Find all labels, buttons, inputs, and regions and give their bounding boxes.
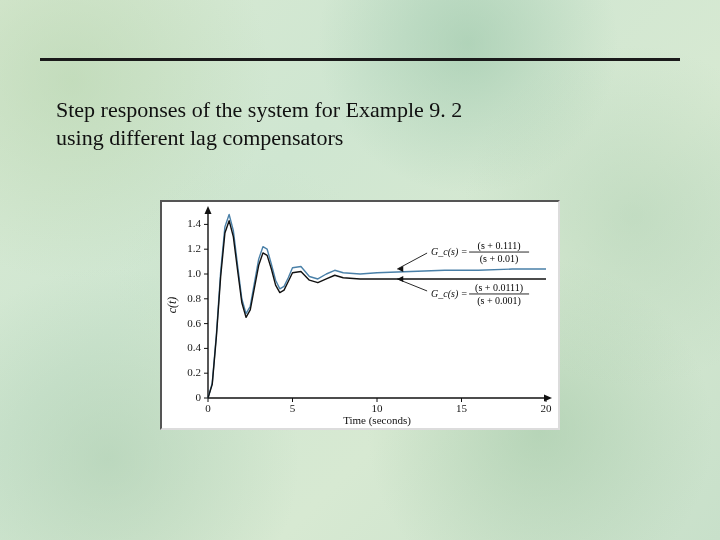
svg-text:10: 10 [372, 402, 384, 414]
svg-text:0.8: 0.8 [187, 292, 201, 304]
svg-text:G_c(s) =: G_c(s) = [431, 288, 467, 300]
slide-title: Step responses of the system for Example… [56, 96, 462, 151]
svg-text:5: 5 [290, 402, 296, 414]
svg-line-36 [397, 253, 427, 269]
title-line-2: using different lag compensators [56, 125, 343, 150]
svg-text:0.2: 0.2 [187, 366, 201, 378]
chart-svg: 00.20.40.60.81.01.21.405101520Time (seco… [162, 202, 558, 428]
svg-marker-29 [544, 395, 552, 402]
horizontal-rule [40, 58, 680, 61]
svg-text:0.4: 0.4 [187, 341, 201, 353]
step-response-chart: 00.20.40.60.81.01.21.405101520Time (seco… [160, 200, 560, 430]
svg-text:c(t): c(t) [165, 297, 179, 314]
svg-text:1.4: 1.4 [187, 217, 201, 229]
svg-text:(s + 0.01): (s + 0.01) [480, 253, 519, 265]
svg-marker-43 [397, 276, 403, 282]
svg-marker-27 [205, 206, 212, 214]
svg-text:15: 15 [456, 402, 468, 414]
svg-text:G_c(s) =: G_c(s) = [431, 246, 467, 258]
svg-text:0.6: 0.6 [187, 317, 201, 329]
title-line-1: Step responses of the system for Example… [56, 97, 462, 122]
svg-text:20: 20 [541, 402, 553, 414]
svg-text:1.2: 1.2 [187, 242, 201, 254]
svg-text:1.0: 1.0 [187, 267, 201, 279]
svg-text:(s + 0.111): (s + 0.111) [478, 240, 521, 252]
svg-text:0: 0 [196, 391, 202, 403]
svg-text:0: 0 [205, 402, 211, 414]
svg-text:Time (seconds): Time (seconds) [343, 414, 411, 427]
svg-text:(s + 0.001): (s + 0.001) [477, 295, 521, 307]
svg-text:(s + 0.0111): (s + 0.0111) [475, 282, 523, 294]
